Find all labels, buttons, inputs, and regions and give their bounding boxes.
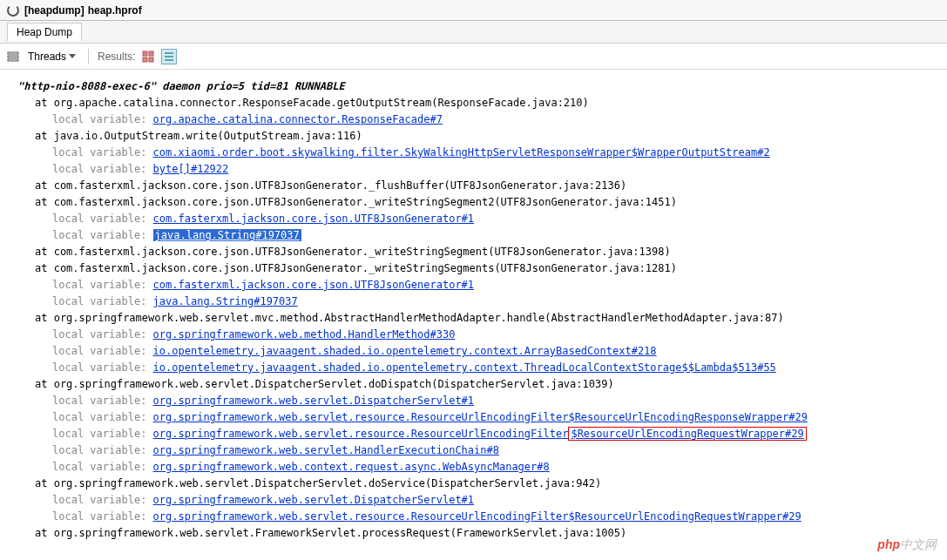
thread-header: "http-nio-8088-exec-6" daemon prio=5 tid… bbox=[17, 78, 940, 95]
local-variable: local variable: org.apache.catalina.conn… bbox=[17, 111, 940, 128]
local-variable: local variable: com.xiaomi.order.boot.sk… bbox=[17, 145, 940, 161]
local-variable: local variable: io.opentelemetry.javaage… bbox=[17, 343, 940, 360]
local-variable: local variable: java.lang.String#197037 bbox=[17, 293, 940, 310]
reference-link[interactable]: com.fasterxml.jackson.core.json.UTF8Json… bbox=[153, 279, 474, 291]
local-variable-label: local variable: bbox=[52, 494, 153, 506]
stack-frame: at org.springframework.web.servlet.mvc.m… bbox=[17, 310, 940, 327]
reference-link[interactable]: java.lang.String#197037 bbox=[153, 295, 298, 307]
stack-trace-content[interactable]: "http-nio-8088-exec-6" daemon prio=5 tid… bbox=[0, 70, 947, 560]
local-variable-label: local variable: bbox=[52, 411, 153, 423]
local-variable-label: local variable: bbox=[52, 295, 153, 307]
reference-link[interactable]: com.xiaomi.order.boot.skywalking.filter.… bbox=[153, 146, 770, 159]
reference-link[interactable]: org.springframework.web.servlet.Dispatch… bbox=[153, 395, 474, 407]
svg-rect-0 bbox=[8, 52, 18, 54]
reference-link[interactable]: org.springframework.web.servlet.Dispatch… bbox=[153, 494, 474, 506]
local-variable-label: local variable: bbox=[52, 361, 153, 374]
reference-link[interactable]: byte[]#12922 bbox=[153, 163, 229, 175]
local-variable-label: local variable: bbox=[52, 279, 153, 291]
svg-rect-4 bbox=[149, 51, 153, 56]
chevron-down-icon bbox=[69, 54, 76, 58]
local-variable: local variable: org.springframework.web.… bbox=[17, 426, 940, 442]
threads-label: Threads bbox=[28, 51, 66, 63]
stack-frame: at java.io.OutputStream.write(OutputStre… bbox=[17, 128, 940, 145]
local-variable: local variable: com.fasterxml.jackson.co… bbox=[17, 211, 940, 227]
svg-rect-2 bbox=[8, 59, 18, 61]
svg-rect-6 bbox=[149, 57, 153, 62]
local-variable: local variable: org.springframework.web.… bbox=[17, 409, 940, 426]
highlighted-reference-box: $ResourceUrlEncodingRequestWrapper#29 bbox=[568, 427, 806, 441]
local-variable-label: local variable: bbox=[52, 163, 153, 175]
local-variable-label: local variable: bbox=[52, 444, 153, 456]
svg-rect-1 bbox=[8, 56, 18, 57]
reference-link[interactable]: io.opentelemetry.javaagent.shaded.io.ope… bbox=[153, 345, 657, 357]
local-variable-label: local variable: bbox=[52, 213, 153, 225]
stack-frame: at com.fasterxml.jackson.core.json.UTF8J… bbox=[17, 178, 940, 194]
local-variable: local variable: org.springframework.web.… bbox=[17, 327, 940, 343]
reference-link[interactable]: org.springframework.web.servlet.HandlerE… bbox=[153, 444, 499, 456]
list-view-button[interactable] bbox=[161, 49, 177, 64]
local-variable: local variable: org.springframework.web.… bbox=[17, 492, 940, 509]
separator bbox=[88, 49, 89, 64]
stack-frame: at com.fasterxml.jackson.core.json.UTF8J… bbox=[17, 194, 940, 211]
local-variable: local variable: org.springframework.web.… bbox=[17, 459, 940, 476]
results-label: Results: bbox=[98, 51, 135, 63]
grid-view-button[interactable] bbox=[140, 49, 156, 64]
local-variable: local variable: org.springframework.web.… bbox=[17, 393, 940, 409]
title-file: heap.hprof bbox=[88, 4, 142, 17]
window-title-bar: [heapdump] heap.hprof bbox=[0, 0, 947, 21]
stack-frame: at com.fasterxml.jackson.core.json.UTF8J… bbox=[17, 244, 940, 260]
local-variable: local variable: java.lang.String#197037 bbox=[17, 227, 940, 244]
local-variable-label: local variable: bbox=[52, 113, 153, 125]
tab-heap-dump[interactable]: Heap Dump bbox=[7, 23, 82, 41]
reference-link[interactable]: org.springframework.web.servlet.resource… bbox=[153, 428, 569, 440]
reference-link[interactable]: com.fasterxml.jackson.core.json.UTF8Json… bbox=[153, 213, 474, 225]
reference-link[interactable]: org.springframework.web.method.HandlerMe… bbox=[153, 328, 456, 341]
local-variable-label: local variable: bbox=[52, 328, 153, 341]
local-variable-label: local variable: bbox=[52, 229, 153, 241]
local-variable-label: local variable: bbox=[52, 428, 153, 440]
local-variable-label: local variable: bbox=[52, 461, 153, 473]
reference-link[interactable]: org.springframework.web.servlet.resource… bbox=[153, 510, 802, 523]
reference-link[interactable]: org.springframework.web.context.request.… bbox=[153, 461, 550, 473]
toolbar: Threads Results: bbox=[0, 44, 947, 70]
threads-dropdown[interactable]: Threads bbox=[24, 49, 79, 64]
reference-link[interactable]: io.opentelemetry.javaagent.shaded.io.ope… bbox=[153, 361, 776, 374]
local-variable-label: local variable: bbox=[52, 345, 153, 357]
watermark: php中文网 bbox=[877, 537, 937, 553]
svg-rect-5 bbox=[143, 57, 147, 62]
local-variable: local variable: org.springframework.web.… bbox=[17, 509, 940, 525]
reference-link[interactable]: org.apache.catalina.connector.ResponseFa… bbox=[153, 113, 443, 125]
local-variable: local variable: byte[]#12922 bbox=[17, 161, 940, 178]
local-variable-label: local variable: bbox=[52, 146, 153, 159]
stack-frame: at org.apache.catalina.connector.Respons… bbox=[17, 95, 940, 111]
loading-icon bbox=[7, 4, 19, 17]
reference-link[interactable]: org.springframework.web.servlet.resource… bbox=[153, 411, 808, 423]
local-variable: local variable: org.springframework.web.… bbox=[17, 442, 940, 459]
local-variable: local variable: io.opentelemetry.javaage… bbox=[17, 360, 940, 376]
tab-bar: Heap Dump bbox=[0, 21, 947, 44]
local-variable: local variable: com.fasterxml.jackson.co… bbox=[17, 277, 940, 293]
reference-link[interactable]: $ResourceUrlEncodingRequestWrapper#29 bbox=[571, 428, 803, 440]
title-prefix: [heapdump] bbox=[24, 4, 85, 17]
list-icon[interactable] bbox=[7, 51, 19, 63]
local-variable-label: local variable: bbox=[52, 395, 153, 407]
stack-frame: at org.springframework.web.servlet.Dispa… bbox=[17, 376, 940, 393]
local-variable-label: local variable: bbox=[52, 510, 153, 523]
svg-rect-3 bbox=[143, 51, 147, 56]
selected-reference-link[interactable]: java.lang.String#197037 bbox=[153, 229, 301, 241]
stack-frame: at org.springframework.web.servlet.Frame… bbox=[17, 525, 940, 542]
stack-frame: at org.springframework.web.servlet.Dispa… bbox=[17, 476, 940, 492]
stack-frame: at com.fasterxml.jackson.core.json.UTF8J… bbox=[17, 260, 940, 277]
